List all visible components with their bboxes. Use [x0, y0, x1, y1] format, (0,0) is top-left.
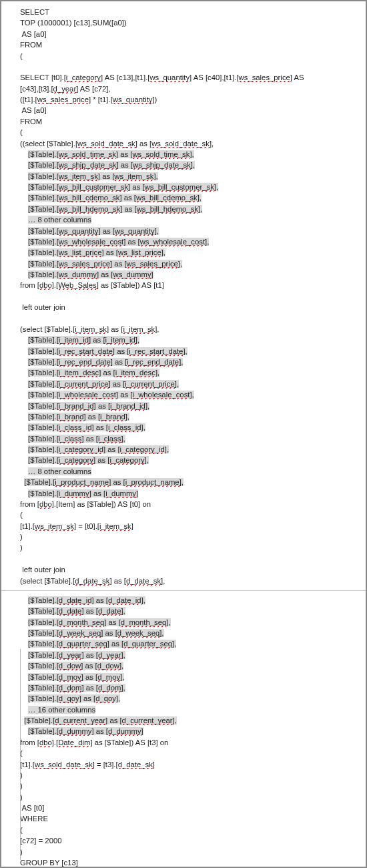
- code-line: [$Table].[i_current_price] as [i_current…: [20, 379, 347, 389]
- code-line: FROM: [20, 39, 347, 50]
- code-line: [$Table].[ws_wholesale_cost] as [ws_whol…: [20, 236, 347, 247]
- code-line: [c72] = 2000: [20, 835, 347, 846]
- code-line: [$Table].[i_rec_end_date] as [i_rec_end_…: [20, 357, 347, 367]
- code-line: (: [20, 825, 347, 835]
- code-line: [$Table].[d_year] as [d_year],: [20, 650, 347, 660]
- code-line: [$Table].[i_category] as [i_category],: [20, 455, 347, 465]
- code-line: (: [20, 509, 347, 520]
- code-line: (select [$Table].[d_date_sk] as [d_date_…: [20, 576, 347, 586]
- code-line: [$Table].[ws_bill_hdemo_sk] as [ws_bill_…: [20, 204, 347, 214]
- code-line: [$Table].[ws_quantity] as [ws_quantity],: [20, 226, 347, 236]
- code-line: [$Table].[i_rec_start_date] as [i_rec_st…: [20, 346, 347, 357]
- code-line: from [dbo].[Date_dim] as [$Table]) AS [t…: [20, 737, 347, 748]
- code-line: AS [a0]: [20, 105, 347, 116]
- code-line: ): [20, 792, 347, 803]
- code-line: ): [20, 770, 347, 781]
- ellipsis-line: … 16 other columns: [20, 704, 347, 715]
- code-line: ): [20, 542, 347, 553]
- ellipsis-line: … 8 other columns: [20, 466, 347, 477]
- code-line: (: [20, 127, 347, 138]
- code-line: left outer join: [20, 302, 347, 312]
- code-line: from [dbo].[Item] as [$Table]) AS [t0] o…: [20, 499, 347, 509]
- code-line: [$Table].[i_class_id] as [i_class_id],: [20, 422, 347, 433]
- code-line: TOP (1000001) [c13],SUM([a0]): [20, 17, 347, 28]
- code-line: [t1].[ws_sold_date_sk] = [t3].[d_date_sk…: [20, 759, 347, 770]
- vertical-rule: [20, 649, 21, 860]
- code-line: AS [a0]: [20, 29, 347, 39]
- code-line: [$Table].[i_category_id] as [i_category_…: [20, 444, 347, 455]
- code-line: SELECT [t0].[i_category] AS [c13],[t1].[…: [20, 72, 347, 83]
- code-line: [$Table].[d_week_seq] as [d_week_seq],: [20, 628, 347, 638]
- code-line: [$Table].[i_brand_id] as [i_brand_id],: [20, 401, 347, 411]
- code-line: SELECT: [20, 7, 347, 17]
- code-line: [$Table].[d_quarter_seq] as [d_quarter_s…: [20, 638, 347, 649]
- code-line: FROM: [20, 116, 347, 127]
- code-line: [$Table].[d_date_id] as [d_date_id],: [20, 595, 347, 606]
- code-line: GROUP BY [c13]: [20, 857, 347, 868]
- code-line: [$Table].[ws_ship_date_sk] as [ws_ship_d…: [20, 160, 347, 170]
- code-line: [$Table].[d_dow] as [d_dow],: [20, 660, 347, 671]
- code-line: [$Table].[i_product_name] as [i_product_…: [20, 477, 347, 487]
- code-line: [$Table].[d_qoy] as [d_qoy],: [20, 693, 347, 704]
- code-line: [$Table].[d_dummy] as [d_dummy]: [20, 726, 347, 736]
- code-line: [$Table].[d_date] as [d_date],: [20, 606, 347, 616]
- code-line: from [dbo].[Web_Sales] as [$Table]) AS […: [20, 280, 347, 290]
- code-line: [$Table].[d_dom] as [d_dom],: [20, 682, 347, 693]
- code-line: (: [20, 748, 347, 758]
- blank-line: [20, 61, 347, 72]
- code-line: [$Table].[i_class] as [i_class],: [20, 433, 347, 444]
- code-line: [$Table].[d_moy] as [d_moy],: [20, 672, 347, 682]
- code-line: [$Table].[ws_sold_time_sk] as [ws_sold_t…: [20, 149, 347, 160]
- code-line: [t1].[ws_item_sk] = [t0].[i_item_sk]: [20, 521, 347, 531]
- blank-line: [20, 313, 347, 324]
- code-line: [$Table].[i_brand] as [i_brand],: [20, 411, 347, 422]
- code-line: [$Table].[d_month_seq] as [d_month_seq],: [20, 617, 347, 628]
- code-line: ): [20, 847, 347, 857]
- code-line: [$Table].[i_item_desc] as [i_item_desc],: [20, 367, 347, 378]
- blank-line: [20, 291, 347, 302]
- code-line: [$Table].[i_wholesale_cost] as [i_wholes…: [20, 389, 347, 400]
- code-line: (select [$Table].[i_item_sk] as [i_item_…: [20, 324, 347, 335]
- code-line: [$Table].[ws_dummy] as [ws_dummy]: [20, 269, 347, 280]
- sql-document: SELECT TOP (1000001) [c13],SUM([a0]) AS …: [0, 0, 367, 868]
- code-line: [$Table].[d_current_year] as [d_current_…: [20, 715, 347, 726]
- code-line: (: [20, 51, 347, 61]
- code-line: ((select [$Table].[ws_sold_date_sk] as […: [20, 138, 347, 149]
- ellipsis-line: … 8 other columns: [20, 214, 347, 225]
- code-line: [$Table].[ws_sales_price] as [ws_sales_p…: [20, 258, 347, 269]
- code-line: [$Table].[ws_item_sk] as [ws_item_sk],: [20, 171, 347, 182]
- code-line: [$Table].[ws_bill_cdemo_sk] as [ws_bill_…: [20, 192, 347, 203]
- code-line: [$Table].[ws_bill_customer_sk] as [ws_bi…: [20, 182, 347, 192]
- code-line: ): [20, 781, 347, 791]
- code-line: AS [t0]: [20, 803, 347, 813]
- code-line: [c43],[t3].[d_year] AS [c72],: [20, 83, 347, 94]
- code-line: WHERE: [20, 813, 347, 824]
- code-line: [$Table].[i_dummy] as [i_dummy]: [20, 488, 347, 499]
- page-divider: [1, 590, 366, 591]
- code-line: ([t1].[ws_sales_price] * [t1].[ws_quanti…: [20, 94, 347, 105]
- code-line: left outer join: [20, 564, 347, 575]
- code-line: [$Table].[ws_list_price] as [ws_list_pri…: [20, 247, 347, 258]
- code-line: ): [20, 531, 347, 542]
- blank-line: [20, 554, 347, 564]
- code-line: [$Table].[i_item_id] as [i_item_id],: [20, 335, 347, 345]
